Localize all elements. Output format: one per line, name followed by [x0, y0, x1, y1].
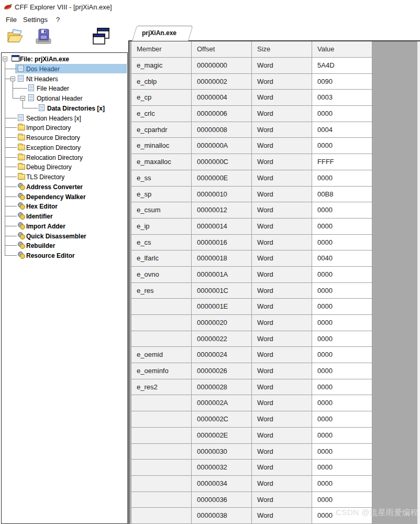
table-row: e_magic00000000Word5A4D — [131, 58, 372, 74]
scrollbar-track[interactable] — [417, 41, 420, 524]
tree-connector-stub — [5, 118, 17, 118]
save-file-button[interactable] — [33, 26, 54, 47]
tool-gears-icon — [18, 193, 25, 200]
cell-value[interactable]: 0000 — [312, 492, 372, 508]
cell-value[interactable]: 0000 — [312, 363, 372, 379]
cell-value[interactable]: 0000 — [312, 476, 372, 492]
cell-value[interactable]: 0000 — [312, 106, 372, 122]
cell-value[interactable]: 0004 — [312, 122, 372, 138]
tab-label: prjXiAn.exe — [130, 29, 189, 37]
watermark-text: CSDN @流星雨爱编程 — [336, 508, 418, 518]
cell-value[interactable]: 0000 — [312, 219, 372, 234]
tree-item-resource-editor[interactable]: Resource Editor — [2, 250, 127, 260]
cell-value[interactable]: 0000 — [312, 170, 372, 186]
tab-prjxian-exe[interactable]: prjXiAn.exe — [130, 26, 189, 41]
cell-member: e_ovno — [131, 267, 192, 282]
table-row: e_res200000028Word0000 — [131, 379, 372, 396]
cell-value[interactable]: 0000 — [312, 347, 372, 363]
cell-member: e_cblp — [131, 74, 192, 90]
menu-file[interactable]: File — [4, 15, 19, 25]
open-file-button[interactable] — [6, 26, 27, 47]
tree-item-identifier[interactable]: Identifier — [2, 211, 127, 221]
cell-member: e_oemid — [131, 347, 192, 363]
cell-value[interactable]: 0000 — [312, 138, 372, 154]
cell-value[interactable]: 0000 — [312, 411, 372, 427]
tree-item-exception-directory[interactable]: Exception Directory — [2, 143, 127, 152]
tree-connector-stub — [5, 127, 17, 128]
table-row: 0000002CWord0000 — [131, 411, 372, 428]
cell-size: Word — [252, 379, 312, 395]
tree-item-address-converter[interactable]: Address Converter — [2, 182, 127, 192]
tree-item-quick-disassembler[interactable]: Quick Disassembler — [2, 231, 127, 241]
table-row: e_cparhdr00000008Word0004 — [131, 122, 372, 138]
menu-help[interactable]: ? — [54, 15, 62, 25]
cell-value[interactable]: 0000 — [312, 444, 372, 460]
cell-member: e_ip — [131, 219, 192, 234]
cell-value[interactable]: 0000 — [312, 395, 372, 411]
tree-item-label: Resource Editor — [26, 252, 75, 260]
cell-value[interactable]: 0090 — [312, 74, 372, 90]
tree-collapse-icon[interactable] — [20, 96, 25, 101]
tree-item-debug-directory[interactable]: Debug Directory — [2, 162, 127, 172]
tool-gears-icon — [18, 252, 25, 258]
tree-item-section-headers-x[interactable]: Section Headers [x] — [2, 113, 127, 123]
menu-settings[interactable]: Settings — [21, 15, 50, 25]
tree-item-label: Optional Header — [37, 94, 82, 103]
tree-collapse-icon[interactable] — [10, 77, 15, 81]
cell-member: e_sp — [131, 187, 192, 202]
tree-item-file-header[interactable]: File Header — [2, 83, 127, 93]
tree-connector-stub — [5, 206, 17, 206]
cell-value[interactable]: 0000 — [312, 299, 372, 314]
cell-offset: 0000000C — [192, 154, 252, 170]
cell-value[interactable]: 0000 — [312, 460, 372, 475]
cell-value[interactable]: FFFF — [312, 154, 372, 170]
cell-member — [131, 299, 192, 314]
tree-item-resource-directory[interactable]: Resource Directory — [2, 133, 127, 143]
directory-folder-icon — [18, 125, 25, 130]
tree-item-import-adder[interactable]: Import Adder — [2, 221, 127, 231]
cell-size: Word — [252, 106, 312, 122]
cell-offset: 00000038 — [192, 508, 252, 523]
tree-item-rebuilder[interactable]: Rebuilder — [2, 241, 127, 250]
cell-value[interactable]: 0000 — [312, 428, 372, 443]
table-row: e_minalloc0000000AWord0000 — [131, 138, 372, 154]
tree-item-data-directories-x[interactable]: Data Directories [x] — [2, 103, 127, 113]
cell-value[interactable]: 0040 — [312, 250, 372, 266]
cell-size: Word — [252, 299, 312, 314]
windows-button[interactable] — [90, 26, 111, 47]
tree-connector-stub — [5, 177, 17, 177]
cell-value[interactable]: 0000 — [312, 267, 372, 282]
cell-size: Word — [252, 460, 312, 475]
cell-size: Word — [252, 331, 312, 347]
cell-member: e_res2 — [131, 379, 192, 395]
cell-value[interactable]: 0000 — [312, 331, 372, 347]
cell-value[interactable]: 0003 — [312, 90, 372, 105]
cell-size: Word — [252, 476, 312, 492]
tree-item-nt-headers[interactable]: Nt Headers — [2, 74, 127, 84]
tree-item-hex-editor[interactable]: Hex Editor — [2, 201, 127, 211]
cell-value[interactable]: 5A4D — [312, 58, 372, 73]
tree-item-tls-directory[interactable]: TLS Directory — [2, 172, 127, 182]
tree-item-file-prjxian-exe[interactable]: File: prjXiAn.exe — [2, 54, 127, 64]
cell-member: e_cparhdr — [131, 122, 192, 138]
tree-item-relocation-directory[interactable]: Relocation Directory — [2, 152, 127, 162]
table-row: e_oeminfo00000026Word0000 — [131, 363, 372, 379]
tree-item-label: Dos Header — [26, 65, 60, 73]
tree-collapse-icon[interactable] — [3, 57, 7, 61]
tree-item-import-directory[interactable]: Import Directory — [2, 123, 127, 133]
cell-size: Word — [252, 492, 312, 508]
cell-member: e_maxalloc — [131, 154, 192, 170]
cell-value[interactable]: 0000 — [312, 235, 372, 250]
tree-item-dependency-walker[interactable]: Dependency Walker — [2, 192, 127, 202]
directory-folder-icon — [18, 135, 25, 140]
table-row: e_sp00000010Word00B8 — [131, 187, 372, 203]
cell-member — [131, 508, 192, 523]
cell-value[interactable]: 0000 — [312, 202, 372, 218]
cell-value[interactable]: 0000 — [312, 283, 372, 299]
cell-size: Word — [252, 283, 312, 299]
tree-item-optional-header[interactable]: Optional Header — [2, 93, 127, 103]
cell-value[interactable]: 00B8 — [312, 187, 372, 202]
tree-item-dos-header[interactable]: Dos Header — [2, 64, 127, 74]
cell-value[interactable]: 0000 — [312, 315, 372, 331]
cell-value[interactable]: 0000 — [312, 379, 372, 395]
